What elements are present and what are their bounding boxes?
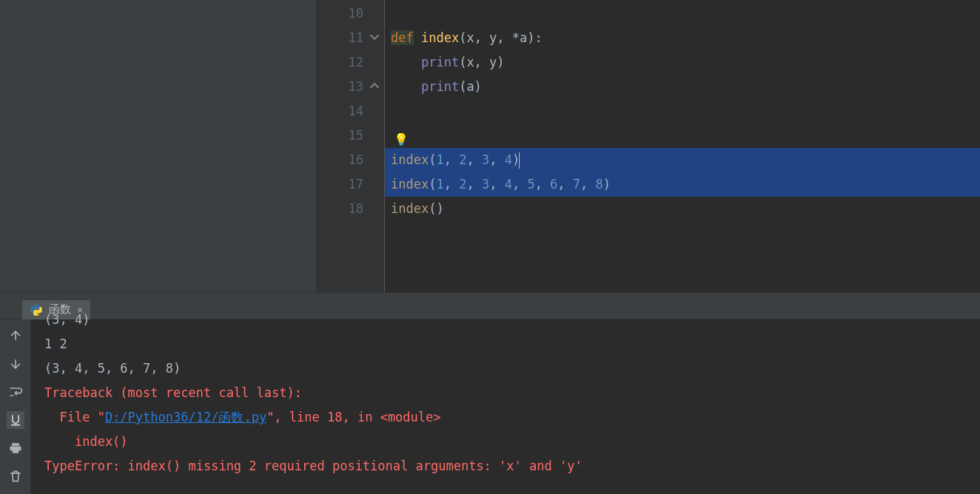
print-icon[interactable]	[7, 439, 24, 457]
code-line[interactable]: index(1, 2, 3, 4)	[385, 148, 980, 172]
trash-icon[interactable]	[7, 467, 24, 485]
down-stack-icon[interactable]	[7, 355, 24, 373]
code-line[interactable]: index()	[385, 197, 980, 221]
console-output[interactable]: (3, 4)1 2(3, 4, 5, 6, 7, 8)Traceback (mo…	[31, 302, 980, 494]
caret	[519, 152, 520, 169]
console-line: TypeError: index() missing 2 required po…	[44, 454, 971, 478]
run-tool-window: (3, 4)1 2(3, 4, 5, 6, 7, 8)Traceback (mo…	[0, 319, 980, 494]
code-line[interactable]	[385, 1, 980, 26]
line-number[interactable]: 11	[317, 26, 384, 50]
scroll-to-end-icon[interactable]	[7, 411, 24, 429]
fold-close-icon[interactable]	[369, 81, 380, 91]
console-toolbar	[0, 319, 31, 494]
code-line[interactable]	[385, 99, 980, 124]
line-number[interactable]: 16	[317, 148, 384, 172]
panel-divider[interactable]	[0, 292, 980, 297]
up-stack-icon[interactable]	[7, 327, 24, 345]
console-line: Traceback (most recent call last):	[44, 381, 971, 405]
console-line: 1 2	[44, 332, 971, 356]
line-number[interactable]: 15	[317, 124, 384, 148]
line-number[interactable]: 12	[317, 50, 384, 75]
code-editor[interactable]: def index(x, y, *a): print(x, y) print(a…	[385, 0, 980, 292]
soft-wrap-icon[interactable]	[7, 383, 24, 401]
console-line: File "D:/Python36/12/函数.py", line 18, in…	[44, 405, 971, 430]
code-line[interactable]: def index(x, y, *a):	[385, 26, 980, 50]
code-line[interactable]: print(x, y)	[385, 50, 980, 75]
project-tool-window[interactable]	[0, 0, 317, 292]
editor-area: 101112131415161718 def index(x, y, *a): …	[0, 0, 980, 292]
console-line: (3, 4)	[44, 308, 971, 332]
line-number[interactable]: 13	[317, 75, 384, 99]
editor-gutter[interactable]: 101112131415161718	[317, 0, 385, 292]
console-line: index()	[44, 430, 971, 454]
line-number[interactable]: 14	[317, 99, 384, 124]
line-number[interactable]: 18	[317, 197, 384, 221]
code-line[interactable]: print(a)	[385, 75, 980, 99]
code-line[interactable]: 💡	[385, 124, 980, 148]
code-line[interactable]: index(1, 2, 3, 4, 5, 6, 7, 8)	[385, 172, 980, 197]
line-number[interactable]: 10	[317, 1, 384, 26]
console-line: (3, 4, 5, 6, 7, 8)	[44, 356, 971, 381]
line-number[interactable]: 17	[317, 172, 384, 197]
fold-open-icon[interactable]	[369, 32, 380, 42]
